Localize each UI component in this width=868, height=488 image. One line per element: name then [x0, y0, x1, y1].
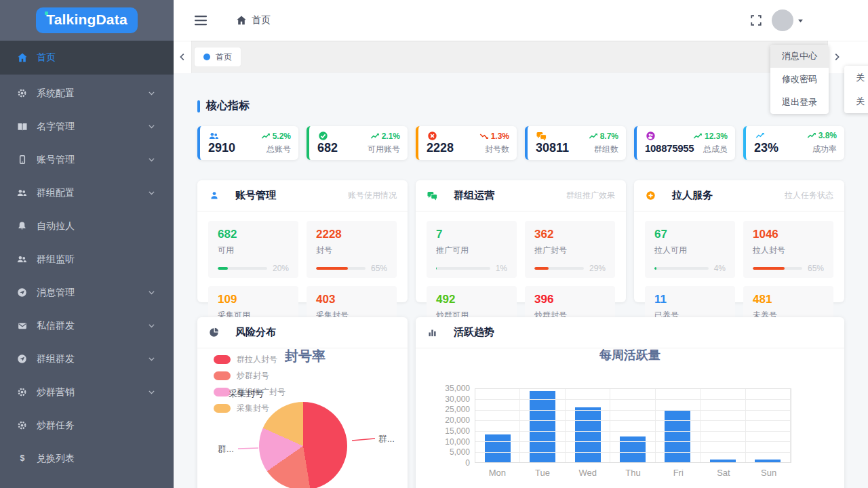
sub-card-label: 推广封号 [534, 245, 606, 256]
metric-value: 23% [754, 141, 778, 155]
metric-trend-value: 12.3% [705, 131, 728, 141]
tab-active-dot [203, 54, 210, 60]
sidebar-item-炒群任务[interactable]: 炒群任务 [0, 409, 174, 442]
stat-sub-card: 67拉人可用4% [645, 221, 735, 278]
metric-label: 可用账号 [368, 144, 400, 155]
metric-trend-value: 3.8% [818, 131, 837, 140]
pie-legend: 群拉人封号炒群封号群组推广封号采集封号 [214, 351, 285, 416]
sidebar-menu: 首页系统配置名字管理账号管理群组配置自动拉人群组监听消息管理私信群发群组群发炒群… [0, 41, 174, 475]
panel-title: 群组运营 [454, 189, 494, 202]
tabs-scroll-right-button[interactable] [827, 41, 845, 73]
panel-card-群组运营: 群组运营群组推广效果7推广可用1%362推广封号29%492炒群可用396炒群封… [416, 180, 626, 302]
metric-card-top: 3.8% [754, 131, 837, 140]
chevron-down-icon [147, 122, 156, 131]
user-menu-item[interactable]: 退出登录 [770, 91, 829, 114]
users-icon [16, 188, 28, 198]
sidebar-item-兑换列表[interactable]: $兑换列表 [0, 442, 174, 475]
hamburger-icon[interactable] [194, 14, 208, 26]
sidebar-item-炒群营销[interactable]: 炒群营销 [0, 375, 174, 409]
progress-percent: 65% [371, 264, 387, 273]
panel-card-拉人服务: 拉人服务拉人任务状态67拉人可用4%1046拉人封号65%11已养号481未养号 [634, 180, 844, 302]
panel-subtitle: 账号使用情况 [348, 190, 397, 201]
progress-fill [316, 267, 348, 270]
metric-card-top: 1.3% [427, 131, 509, 141]
bar-Mon [485, 434, 511, 462]
sub-card-progress: 65% [316, 264, 387, 273]
sub-card-value: 11 [654, 293, 726, 306]
metric-card: 5.2%2910总账号 [197, 126, 298, 160]
gridline [475, 410, 791, 411]
pie-callout-left: 群... [218, 443, 234, 455]
user-avatar-menu[interactable] [772, 9, 804, 31]
sidebar-item-label: 自动拉人 [37, 220, 75, 232]
chevron-down-icon [147, 188, 156, 197]
panel-header: 群组运营群组推广效果 [416, 180, 626, 211]
bar-chart-title: 每周活跃量 [416, 347, 844, 363]
tabs-scroll-left-button[interactable] [174, 41, 192, 73]
legend-item[interactable]: 炒群封号 [214, 367, 285, 384]
y-tick-label: 25,000 [416, 405, 470, 414]
metric-value: 682 [317, 141, 338, 155]
sidebar-item-群组监听[interactable]: 群组监听 [0, 243, 174, 276]
sidebar-item-自动拉人[interactable]: 自动拉人 [0, 209, 174, 243]
progress-fill [654, 267, 656, 270]
metric-card-top: 12.3% [645, 131, 728, 141]
avatar[interactable] [772, 9, 793, 31]
send-icon [16, 354, 28, 364]
sidebar-item-群组群发[interactable]: 群组群发 [0, 342, 174, 375]
sidebar-item-名字管理[interactable]: 名字管理 [0, 110, 174, 143]
fullscreen-icon[interactable] [750, 14, 762, 26]
charts-row: 风险分布 群拉人封号炒群封号群组推广封号采集封号 封号率 采集封号 群... 群… [197, 317, 844, 488]
y-tick-label: 30,000 [416, 394, 470, 404]
metric-trend-value: 5.2% [273, 131, 291, 141]
legend-swatch [214, 371, 231, 380]
logo-area: TalkingData [0, 0, 174, 41]
metric-card-bottom: 682可用账号 [317, 141, 400, 155]
context-menu-item[interactable]: 关 [844, 89, 868, 113]
panel-header: 拉人服务拉人任务状态 [634, 180, 844, 211]
metric-label: 群组数 [594, 144, 618, 155]
panel-subtitle: 拉人任务状态 [785, 190, 833, 201]
sub-card-label: 推广可用 [436, 245, 507, 256]
legend-item[interactable]: 采集封号 [214, 400, 285, 416]
risk-distribution-card: 风险分布 群拉人封号炒群封号群组推广封号采集封号 封号率 采集封号 群... 群… [197, 317, 408, 488]
mail-icon [16, 321, 28, 331]
metric-cards-row: 5.2%2910总账号2.1%682可用账号1.3%2228封号数8.7%308… [197, 126, 844, 160]
book-icon [16, 121, 28, 132]
gridline [475, 431, 791, 432]
sidebar-item-系统配置[interactable]: 系统配置 [0, 77, 174, 110]
plus-circle-icon [645, 190, 656, 201]
breadcrumb[interactable]: 首页 [236, 0, 271, 41]
context-menu-item[interactable]: 关 [844, 66, 868, 89]
metric-value: 2910 [208, 141, 235, 155]
sidebar-item-账号管理[interactable]: 账号管理 [0, 143, 174, 176]
trend-down-icon [479, 131, 489, 141]
panel-subtitle: 群组推广效果 [566, 190, 615, 201]
sub-card-label: 拉人封号 [753, 245, 824, 256]
tab-home[interactable]: 首页 [195, 47, 241, 66]
legend-item[interactable]: 群拉人封号 [214, 351, 285, 367]
progress-percent: 29% [589, 264, 606, 273]
trend-up-icon [807, 131, 816, 140]
main-content: 核心指标 5.2%2910总账号2.1%682可用账号1.3%2228封号数8.… [174, 73, 868, 488]
person-icon [208, 190, 220, 201]
send-icon [16, 287, 28, 298]
x-tick-label: Sat [701, 468, 747, 478]
chat-icon [427, 190, 438, 201]
sub-card-value: 1046 [753, 228, 824, 241]
sidebar-item-label: 群组群发 [37, 353, 75, 365]
metric-trend-value: 2.1% [382, 131, 400, 141]
sidebar-item-首页[interactable]: 首页 [0, 41, 174, 75]
sub-card-progress: 65% [753, 264, 824, 273]
progress-track [436, 267, 490, 270]
risk-card-title: 风险分布 [235, 326, 276, 339]
user-menu-item[interactable]: 消息中心 [770, 45, 829, 68]
trend-up-icon [589, 131, 598, 141]
trend-up-icon [261, 131, 271, 141]
user-menu-item[interactable]: 修改密码 [770, 68, 829, 91]
trend-card-header: 活跃趋势 [416, 317, 844, 348]
sidebar-item-私信群发[interactable]: 私信群发 [0, 309, 174, 342]
sidebar-item-消息管理[interactable]: 消息管理 [0, 276, 174, 309]
panel-cards-row: 账号管理账号使用情况682可用20%2228封号65%109采集可用403采集封… [197, 180, 844, 302]
sidebar-item-群组配置[interactable]: 群组配置 [0, 176, 174, 209]
